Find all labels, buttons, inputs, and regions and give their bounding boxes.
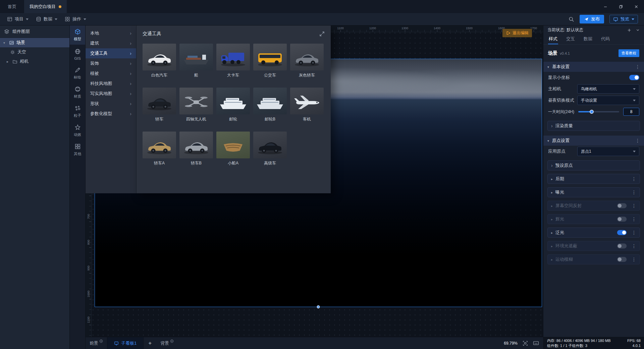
asset-item-6[interactable]: 四轴无人机: [179, 88, 213, 122]
category-item-1[interactable]: 建筑›: [86, 38, 136, 48]
chevron-down-icon[interactable]: [636, 28, 640, 32]
time-value-input[interactable]: 8: [623, 108, 639, 116]
rail-item-other[interactable]: 其他: [70, 140, 85, 159]
maximize-button[interactable]: [613, 0, 629, 13]
asset-item-5[interactable]: 轿车: [143, 88, 176, 122]
time-slider[interactable]: [578, 111, 619, 112]
post-section-2[interactable]: ▸屏幕空间反射⋮: [547, 201, 640, 211]
subpanel-tab[interactable]: 子看板1: [107, 337, 144, 349]
asset-item-8[interactable]: 邮轮B: [253, 88, 287, 122]
kebab-menu-icon[interactable]: ⋮: [632, 216, 636, 222]
publish-button[interactable]: 发布: [580, 15, 604, 23]
rail-item-material[interactable]: 材质: [70, 83, 85, 102]
add-panel-button[interactable]: +: [144, 340, 156, 347]
tree-item-camera[interactable]: ▸ 相机: [0, 57, 69, 66]
props-tab-3[interactable]: 代码: [600, 34, 610, 44]
keyboard-icon[interactable]: [533, 341, 539, 346]
category-item-4[interactable]: 植被›: [86, 68, 136, 79]
kebab-menu-icon[interactable]: ⋮: [635, 138, 640, 143]
category-item-6[interactable]: 写实风地图›: [86, 89, 136, 99]
foreground-button[interactable]: 前景: [86, 340, 107, 346]
asset-thumbnail: [143, 88, 176, 114]
menu-operate[interactable]: 操作: [61, 13, 90, 25]
section-basic-settings[interactable]: ▾ 基本设置 ⋮: [543, 62, 644, 72]
caret-down-icon[interactable]: ▾: [3, 41, 7, 45]
post-section-4[interactable]: ▸泛光⋮: [547, 228, 640, 238]
tree-item-sky[interactable]: 天空: [0, 47, 69, 57]
category-item-7[interactable]: 形状›: [86, 99, 136, 109]
section-toggle[interactable]: [617, 243, 627, 248]
kebab-menu-icon[interactable]: ⋮: [632, 190, 636, 195]
expand-icon[interactable]: [319, 31, 325, 37]
post-section-3[interactable]: ▸辉光⋮: [547, 214, 640, 224]
menu-project[interactable]: 项目: [3, 13, 32, 25]
asset-item-0[interactable]: 白色汽车: [143, 44, 176, 78]
post-section-6[interactable]: ▸运动模糊⋮: [547, 254, 640, 264]
daynight-select[interactable]: 手动设置: [577, 96, 639, 105]
tree-item-scene[interactable]: ▾ 场景: [0, 38, 69, 47]
asset-item-9[interactable]: 客机: [290, 88, 324, 122]
section-toggle[interactable]: [617, 203, 627, 208]
menu-data[interactable]: 数据: [32, 13, 61, 25]
preview-button[interactable]: 预览: [609, 15, 638, 23]
section-toggle[interactable]: [617, 230, 627, 235]
asset-item-11[interactable]: 轿车B: [179, 132, 213, 166]
asset-item-13[interactable]: 高级车: [253, 132, 287, 166]
props-tab-1[interactable]: 交互: [566, 34, 576, 44]
asset-item-1[interactable]: 船: [179, 44, 213, 78]
asset-item-10[interactable]: 轿车A: [143, 132, 176, 166]
minimize-button[interactable]: [598, 0, 613, 13]
caret-right-icon[interactable]: ▸: [7, 60, 10, 63]
asset-label: 邮轮: [216, 116, 250, 122]
asset-item-7[interactable]: 邮轮: [216, 88, 250, 122]
background-button[interactable]: 背景: [156, 340, 178, 346]
props-tab-2[interactable]: 数据: [583, 34, 593, 44]
post-section-1[interactable]: ▸曝光⋮: [547, 187, 640, 197]
post-section-0[interactable]: ▸后期⋮: [547, 174, 640, 184]
asset-item-12[interactable]: 小船A: [216, 132, 250, 166]
exit-edit-button[interactable]: 退出编辑: [502, 29, 532, 37]
section-toggle[interactable]: [617, 257, 627, 262]
zoom-level[interactable]: 69.79%: [504, 341, 518, 346]
kebab-menu-icon[interactable]: ⋮: [632, 203, 636, 208]
preset-origin-section[interactable]: › 预设原点: [547, 160, 640, 170]
asset-label: 四轴无人机: [179, 116, 213, 122]
category-item-8[interactable]: 参数化模型›: [86, 109, 136, 119]
add-state-button[interactable]: [627, 28, 632, 33]
kebab-menu-icon[interactable]: ⋮: [632, 257, 636, 262]
kebab-menu-icon[interactable]: ⋮: [635, 64, 640, 69]
tab-home[interactable]: 首页: [0, 0, 24, 13]
sun-icon: [10, 50, 15, 55]
kebab-menu-icon[interactable]: ⋮: [632, 243, 636, 249]
fit-canvas-icon[interactable]: [523, 341, 528, 346]
section-toggle[interactable]: [617, 216, 627, 221]
rail-item-model[interactable]: 模型: [70, 26, 85, 45]
show-axis-toggle[interactable]: [629, 75, 639, 80]
camera-select[interactable]: 鸟瞰相机: [577, 84, 639, 94]
origin-select[interactable]: 原点1: [577, 147, 639, 156]
rail-item-plot[interactable]: 标绘: [70, 64, 85, 83]
close-button[interactable]: [629, 0, 644, 13]
render-quality-section[interactable]: › 渲染质量: [547, 121, 640, 131]
kebab-menu-icon[interactable]: ⋮: [632, 176, 636, 182]
canvas-viewport[interactable]: 1100120013001400150016001700 60070080090…: [86, 26, 543, 337]
props-tab-0[interactable]: 样式: [548, 34, 558, 44]
category-item-0[interactable]: 本地›: [86, 28, 136, 38]
category-item-5[interactable]: 科技风地图›: [86, 79, 136, 89]
rail-item-particle[interactable]: 粒子: [70, 102, 85, 121]
kebab-menu-icon[interactable]: ⋮: [632, 230, 636, 235]
tutorial-button[interactable]: 查看教程: [619, 49, 639, 57]
category-item-3[interactable]: 装饰›: [86, 58, 136, 68]
section-origin-settings[interactable]: ▾ 原点设置 ⋮: [543, 136, 644, 146]
asset-item-3[interactable]: 公交车: [253, 44, 287, 78]
rail-item-effects[interactable]: 动效: [70, 121, 85, 140]
category-item-2[interactable]: 交通工具›: [86, 48, 136, 58]
slider-knob[interactable]: [590, 110, 594, 114]
tab-project[interactable]: 我的空白项目: [24, 0, 67, 13]
asset-item-4[interactable]: 灰色轿车: [290, 44, 324, 78]
post-section-5[interactable]: ▸环境光遮蔽⋮: [547, 241, 640, 251]
rail-item-gis[interactable]: GIS: [70, 45, 85, 64]
resize-handle[interactable]: [317, 305, 320, 308]
asset-item-2[interactable]: 大卡车: [216, 44, 250, 78]
search-icon[interactable]: [569, 16, 574, 22]
